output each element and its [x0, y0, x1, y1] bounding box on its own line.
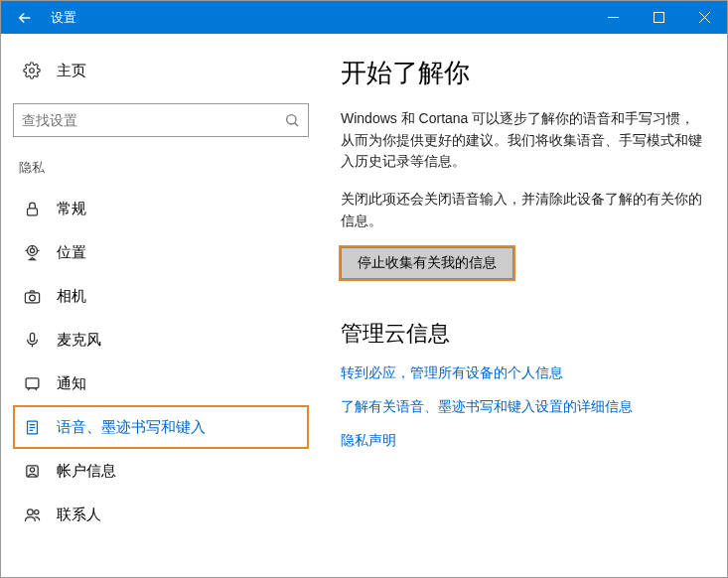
minimize-button[interactable] — [590, 1, 636, 34]
link-privacy-statement[interactable]: 隐私声明 — [341, 432, 703, 450]
clipboard-icon — [21, 419, 43, 436]
nav-label: 相机 — [57, 287, 86, 306]
link-learn-more[interactable]: 了解有关语音、墨迹书写和键入设置的详细信息 — [341, 398, 703, 416]
nav-item-account-info[interactable]: 帐户信息 — [13, 449, 309, 493]
link-bing-personal-info[interactable]: 转到必应，管理所有设备的个人信息 — [341, 364, 703, 382]
svg-line-6 — [295, 123, 298, 126]
nav-item-notifications[interactable]: 通知 — [13, 361, 309, 405]
nav-list: 常规 位置 相机 麦克风 通知 语音、墨迹书写和键入 — [13, 187, 309, 536]
maximize-icon — [654, 12, 664, 23]
location-icon — [21, 244, 43, 261]
nav-label: 联系人 — [57, 506, 101, 524]
content-pane: 开始了解你 Windows 和 Cortana 可以逐步了解你的语音和手写习惯，… — [321, 34, 727, 577]
nav-item-camera[interactable]: 相机 — [13, 274, 309, 318]
nav-label: 麦克风 — [57, 331, 101, 350]
nav-item-general[interactable]: 常规 — [13, 187, 309, 230]
contacts-icon — [21, 506, 43, 523]
svg-point-8 — [30, 248, 34, 252]
account-icon — [21, 463, 43, 480]
svg-rect-10 — [25, 292, 39, 302]
nav-label: 常规 — [57, 200, 86, 218]
svg-rect-1 — [654, 13, 663, 23]
gear-icon — [21, 62, 43, 79]
svg-point-11 — [29, 295, 35, 301]
minimize-icon — [608, 12, 619, 23]
nav-label: 帐户信息 — [57, 462, 116, 481]
microphone-icon — [21, 332, 43, 349]
svg-point-5 — [287, 115, 296, 124]
search-box[interactable] — [13, 103, 309, 137]
close-icon — [699, 12, 710, 23]
nav-item-contacts[interactable]: 联系人 — [13, 493, 309, 536]
nav-item-speech-inking-typing[interactable]: 语音、墨迹书写和键入 — [13, 405, 309, 449]
titlebar: 设置 — [1, 1, 727, 34]
search-icon — [284, 112, 300, 128]
description-paragraph-1: Windows 和 Cortana 可以逐步了解你的语音和手写习惯，从而为你提供… — [341, 108, 703, 173]
svg-point-21 — [34, 509, 38, 513]
svg-rect-12 — [30, 333, 34, 342]
nav-label: 语音、墨迹书写和键入 — [57, 418, 206, 437]
search-input[interactable] — [22, 112, 284, 128]
lock-icon — [21, 201, 43, 217]
close-button[interactable] — [681, 1, 727, 34]
back-button[interactable] — [1, 1, 49, 34]
nav-item-microphone[interactable]: 麦克风 — [13, 318, 309, 361]
heading-manage-cloud-info: 管理云信息 — [341, 319, 703, 349]
description-paragraph-2: 关闭此项还会关闭语音输入，并清除此设备了解的有关你的信息。 — [341, 189, 703, 231]
nav-item-location[interactable]: 位置 — [13, 230, 309, 274]
home-button[interactable]: 主页 — [13, 52, 309, 89]
section-header: 隐私 — [19, 159, 309, 177]
svg-point-19 — [30, 467, 34, 471]
home-label: 主页 — [57, 62, 86, 80]
svg-rect-7 — [27, 208, 37, 215]
svg-point-20 — [27, 508, 33, 514]
svg-point-4 — [30, 69, 35, 73]
nav-label: 位置 — [57, 243, 86, 262]
heading-getting-to-know-you: 开始了解你 — [341, 56, 703, 90]
sidebar: 主页 隐私 常规 位置 相机 麦克风 — [1, 34, 321, 577]
arrow-left-icon — [16, 9, 34, 27]
maximize-button[interactable] — [636, 1, 681, 34]
window-title: 设置 — [51, 9, 590, 27]
svg-rect-13 — [26, 377, 39, 387]
notification-icon — [21, 375, 43, 392]
stop-collecting-button[interactable]: 停止收集有关我的信息 — [341, 247, 513, 279]
nav-label: 通知 — [57, 374, 86, 393]
camera-icon — [21, 288, 43, 305]
